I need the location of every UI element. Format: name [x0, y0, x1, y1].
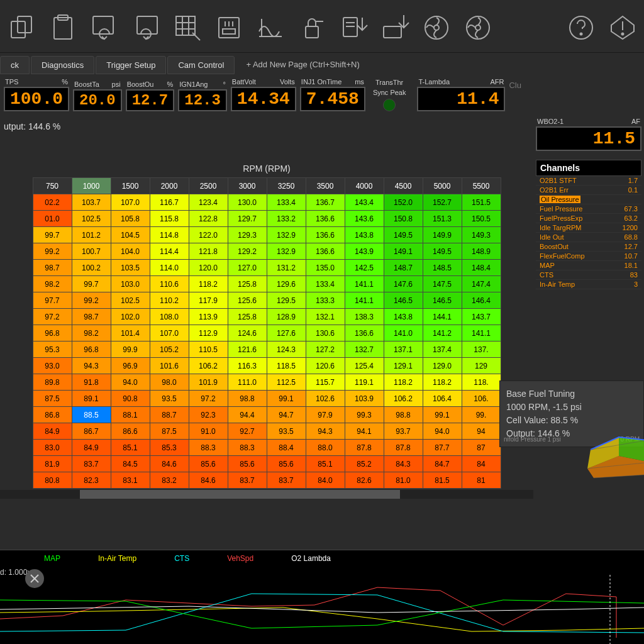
table-cell[interactable]: 88.4: [267, 440, 306, 456]
table-cell[interactable]: 149.1: [384, 243, 423, 260]
table-cell[interactable]: 94: [462, 423, 501, 440]
table-cell[interactable]: 148.7: [384, 260, 423, 276]
table-cell[interactable]: 85.1: [111, 440, 150, 456]
table-cell[interactable]: 87.5: [150, 423, 189, 440]
table-cell[interactable]: 98.2: [33, 276, 72, 292]
table-cell[interactable]: 133.3: [306, 292, 345, 309]
table-cell[interactable]: 94.3: [72, 358, 111, 374]
table-cell[interactable]: 129.0: [423, 358, 462, 374]
table-cell[interactable]: 137.: [462, 341, 501, 358]
table-cell[interactable]: 02.2: [33, 194, 72, 211]
paste-icon[interactable]: [48, 13, 78, 43]
table-cell[interactable]: 125.8: [228, 276, 267, 292]
table-cell[interactable]: 100.2: [72, 260, 111, 276]
table-cell[interactable]: 99.7: [72, 276, 111, 292]
table-cell[interactable]: 131.2: [267, 260, 306, 276]
table-cell[interactable]: 95.3: [33, 341, 72, 358]
table-cell[interactable]: 141.1: [345, 276, 384, 292]
table-cell[interactable]: 101.9: [189, 374, 228, 391]
table-cell[interactable]: 106.: [462, 391, 501, 407]
table-cell[interactable]: 127.0: [228, 260, 267, 276]
table-cell[interactable]: 144.1: [423, 309, 462, 325]
channel-row[interactable]: FuelPressExp63.2: [536, 214, 641, 223]
table-cell[interactable]: 114.8: [150, 227, 189, 243]
table-cell[interactable]: 149.5: [384, 227, 423, 243]
table-cell[interactable]: 124.6: [228, 325, 267, 341]
lock-icon[interactable]: [297, 13, 327, 43]
table-cell[interactable]: 146.5: [423, 292, 462, 309]
table-cell[interactable]: 118.2: [384, 374, 423, 391]
table-cell[interactable]: 85.3: [150, 440, 189, 456]
table-cell[interactable]: 125.4: [345, 358, 384, 374]
rpm-header[interactable]: 3500: [306, 178, 345, 194]
table-cell[interactable]: 136.7: [306, 194, 345, 211]
table-cell[interactable]: 83.7: [228, 472, 267, 489]
download-doc-icon[interactable]: [338, 13, 369, 43]
table-cell[interactable]: 118.: [462, 374, 501, 391]
download-box-icon[interactable]: [380, 13, 410, 43]
table-cell[interactable]: 80.8: [33, 472, 72, 489]
table-cell[interactable]: 125.6: [228, 292, 267, 309]
table-cell[interactable]: 81.5: [423, 472, 462, 489]
table-cell[interactable]: 98.8: [384, 407, 423, 423]
table-cell[interactable]: 83.0: [33, 440, 72, 456]
table-cell[interactable]: 148.9: [462, 243, 501, 260]
table-cell[interactable]: 93.5: [150, 391, 189, 407]
table-cell[interactable]: 88.7: [150, 407, 189, 423]
table-cell[interactable]: 149.3: [462, 227, 501, 243]
rpm-header[interactable]: 3250: [267, 178, 306, 194]
table-cell[interactable]: 84: [462, 456, 501, 472]
table-cell[interactable]: 96.8: [33, 325, 72, 341]
tab-cam-control[interactable]: Cam Control: [167, 56, 235, 74]
channel-row[interactable]: BoostOut12.7: [536, 242, 641, 252]
table-cell[interactable]: 114.4: [150, 243, 189, 260]
fan2-icon[interactable]: [463, 13, 493, 43]
table-cell[interactable]: 120.6: [306, 358, 345, 374]
table-cell[interactable]: 115.7: [306, 374, 345, 391]
table-cell[interactable]: 143.8: [384, 309, 423, 325]
table-cell[interactable]: 88.1: [111, 407, 150, 423]
table-cell[interactable]: 86.7: [72, 423, 111, 440]
table-cell[interactable]: 82.6: [345, 472, 384, 489]
table-cell[interactable]: 86.6: [111, 423, 150, 440]
table-cell[interactable]: 100.7: [72, 243, 111, 260]
strip-chart[interactable]: MAPIn-Air TempCTSVehSpdO2 Lambda d: 1.00…: [0, 550, 644, 644]
table-cell[interactable]: 84.9: [72, 440, 111, 456]
table-cell[interactable]: 102.0: [111, 309, 150, 325]
table-cell[interactable]: 93.7: [384, 423, 423, 440]
table-cell[interactable]: 94.4: [228, 407, 267, 423]
table-cell[interactable]: 88.5: [72, 407, 111, 423]
table-cell[interactable]: 83.1: [111, 472, 150, 489]
table-cell[interactable]: 88.3: [228, 440, 267, 456]
table-cell[interactable]: 133.4: [306, 276, 345, 292]
table-cell[interactable]: 113.9: [189, 309, 228, 325]
table-cell[interactable]: 81: [462, 472, 501, 489]
table-cell[interactable]: 117.9: [189, 292, 228, 309]
table-cell[interactable]: 103.9: [345, 391, 384, 407]
table-cell[interactable]: 116.3: [228, 358, 267, 374]
table-cell[interactable]: 107.0: [150, 325, 189, 341]
table-cell[interactable]: 143.6: [345, 211, 384, 227]
rpm-header[interactable]: 1500: [111, 178, 150, 194]
table-cell[interactable]: 102.6: [306, 391, 345, 407]
tab-diagnostics[interactable]: Diagnostics: [31, 56, 94, 74]
table-cell[interactable]: 99.2: [72, 292, 111, 309]
table-cell[interactable]: 106.2: [384, 391, 423, 407]
wave-icon[interactable]: [255, 13, 286, 43]
rpm-header[interactable]: 4500: [384, 178, 423, 194]
table-cell[interactable]: 136.6: [345, 325, 384, 341]
strip-channel-label[interactable]: VehSpd: [227, 554, 253, 563]
table-cell[interactable]: 97.2: [33, 309, 72, 325]
table-cell[interactable]: 138.3: [345, 309, 384, 325]
table-cell[interactable]: 152.7: [423, 194, 462, 211]
table-cell[interactable]: 84.9: [33, 423, 72, 440]
table-cell[interactable]: 81.0: [384, 472, 423, 489]
table-cell[interactable]: 84.3: [384, 456, 423, 472]
channel-row[interactable]: In-Air Temp3: [536, 280, 641, 289]
table-cell[interactable]: 132.9: [267, 243, 306, 260]
table-cell[interactable]: 87.7: [423, 440, 462, 456]
strip-channel-label[interactable]: MAP: [44, 554, 60, 563]
table-cell[interactable]: 101.4: [111, 325, 150, 341]
table-cell[interactable]: 90.8: [111, 391, 150, 407]
table-cell[interactable]: 150.5: [462, 211, 501, 227]
